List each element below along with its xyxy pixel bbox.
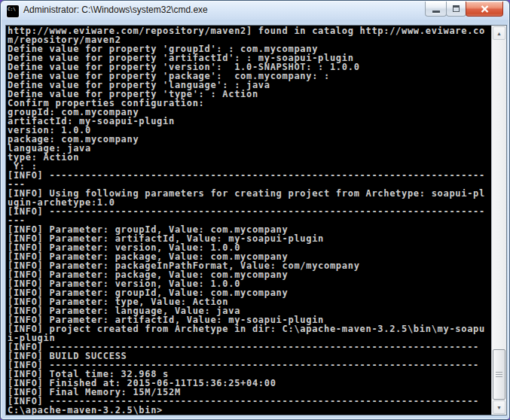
scrollbar-grip-icon bbox=[496, 372, 502, 378]
minimize-icon bbox=[432, 11, 440, 13]
scrollbar-thumb[interactable] bbox=[493, 349, 505, 400]
scroll-up-arrow-icon: ▲ bbox=[496, 31, 502, 36]
scroll-down-button[interactable]: ▼ bbox=[493, 400, 505, 414]
minimize-button[interactable] bbox=[425, 2, 447, 17]
window-controls bbox=[425, 2, 503, 17]
console-output[interactable]: http://www.eviware.com/repository/maven2… bbox=[6, 26, 491, 415]
close-button[interactable] bbox=[466, 2, 503, 17]
cmd-window: C:\ Administrator: C:\Windows\system32\c… bbox=[0, 0, 510, 420]
cmd-icon-text: C:\ bbox=[8, 6, 16, 11]
close-x-icon bbox=[481, 5, 489, 13]
maximize-icon bbox=[453, 5, 460, 12]
cmd-icon: C:\ bbox=[7, 5, 19, 17]
console-client-area: http://www.eviware.com/repository/maven2… bbox=[5, 25, 507, 415]
scroll-up-button[interactable]: ▲ bbox=[493, 26, 505, 40]
window-title: Administrator: C:\Windows\system32\cmd.e… bbox=[23, 1, 208, 20]
maximize-button[interactable] bbox=[446, 2, 466, 17]
titlebar[interactable]: C:\ Administrator: C:\Windows\system32\c… bbox=[1, 1, 509, 20]
vertical-scrollbar[interactable]: ▲ ▼ bbox=[491, 26, 506, 415]
scroll-down-arrow-icon: ▼ bbox=[496, 405, 502, 410]
